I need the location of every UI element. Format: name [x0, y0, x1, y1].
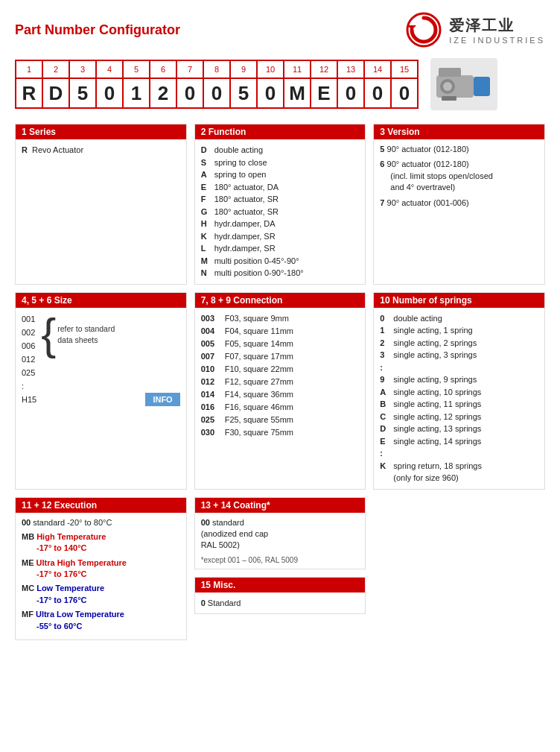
section-version-body: 5 90° actuator (012-180)6 90° actuator (… [374, 139, 544, 217]
list-item: : [380, 447, 538, 460]
exec-item: MB High Temperature-17° to 140°C [22, 531, 180, 554]
position-cell-8: 8 [203, 60, 230, 78]
position-numbers-row: 123456789101112131415 [16, 60, 418, 78]
part-number-chars-row: RD50120050ME000 [16, 78, 418, 108]
list-item: : [380, 361, 538, 374]
page-title: Part Number Configurator [15, 22, 180, 38]
position-cell-14: 14 [364, 60, 391, 78]
coating-desc-cont: (anodized end cap [201, 529, 269, 538]
code: 004 [201, 325, 220, 338]
list-item: Dsingle acting, 13 springs [380, 423, 538, 435]
size-value: 025 [22, 366, 36, 379]
section-function: 2 Function Ddouble actingSspring to clos… [194, 124, 366, 285]
exec-desc-cont: -17° to 176°C [36, 569, 87, 578]
code: H [201, 218, 210, 230]
misc-code: 0 [201, 598, 206, 607]
list-item: 1single acting, 1 spring [380, 324, 538, 337]
code: E [201, 181, 210, 194]
desc: F05, square 14mm [225, 338, 293, 350]
code: F [201, 193, 210, 206]
code: 1 [380, 324, 389, 337]
list-item: Asingle acting, 10 springs [380, 386, 538, 399]
code: 030 [201, 426, 220, 439]
section-series-body: RRevo Actuator [16, 139, 186, 162]
svg-rect-6 [439, 68, 461, 77]
size-list: 001002006012025:H15 [22, 312, 36, 407]
code: 016 [201, 401, 220, 414]
desc: multi position 0-45°-90° [214, 255, 299, 268]
desc: hydr.damper, SR [214, 242, 276, 255]
exec-desc: Low Temperature [36, 584, 104, 593]
info-button[interactable]: INFO [145, 393, 179, 406]
section-execution-body: 00 standard -20° to 80°CMB High Temperat… [16, 513, 186, 640]
list-item: 030F30, square 75mm [201, 426, 360, 439]
coating-note: *except 001 – 006, RAL 5009 [201, 556, 360, 564]
char-cell-1: R [16, 78, 42, 108]
desc: F04, square 11mm [225, 325, 293, 338]
exec-desc: Ultra Low Temperature [36, 610, 124, 619]
section-misc-header: 15 Misc. [195, 578, 366, 593]
code: B [380, 398, 389, 411]
desc: single acting, 13 springs [393, 423, 481, 435]
desc: double acting [393, 312, 442, 325]
char-cell-12: E [311, 78, 337, 108]
position-cell-5: 5 [123, 60, 150, 78]
list-item: Kspring return, 18 springs(only for size… [380, 460, 538, 484]
code: A [380, 386, 389, 399]
section-series: 1 Series RRevo Actuator [15, 124, 187, 285]
size-content: 001002006012025:H15 { refer to standardd… [22, 312, 180, 407]
code: D [380, 423, 389, 435]
section-execution-header: 11 + 12 Execution [16, 498, 186, 513]
refer-text: refer to standarddata sheets [57, 323, 115, 345]
exec-desc: standard -20° to 80°C [33, 518, 112, 527]
svg-point-5 [443, 82, 452, 91]
list-item: Hhydr.damper, DA [201, 218, 360, 230]
row1-sections: 1 Series RRevo Actuator 2 Function Ddoub… [15, 124, 545, 285]
brand-name-en: IZE INDUSTRIES [449, 36, 545, 45]
code: D [201, 144, 210, 157]
exec-desc-cont: -17° to 176°C [36, 595, 87, 604]
desc: multi position 0-90°-180° [214, 267, 304, 279]
char-cell-10: 0 [257, 78, 284, 108]
char-cell-6: 2 [150, 78, 176, 108]
list-item: 007F07, square 17mm [201, 350, 360, 363]
section-connection: 7, 8 + 9 Connection 003F03, square 9mm00… [194, 292, 366, 490]
code: M [201, 255, 210, 268]
code: 2 [380, 337, 389, 350]
section-function-body: Ddouble actingSspring to closeAspring to… [195, 139, 366, 284]
size-value: 002 [22, 326, 36, 339]
svg-rect-7 [442, 96, 456, 101]
code: K [380, 460, 389, 484]
list-item: Aspring to open [201, 168, 360, 181]
desc: spring to close [214, 157, 267, 169]
brand-logo: 爱泽工业 IZE INDUSTRIES [406, 12, 545, 48]
list-item: 003F03, square 9mm [201, 312, 360, 325]
code: G [201, 206, 210, 218]
colon-symbol: : [380, 361, 389, 374]
version-item: 7 90° actuator (001-006) [380, 198, 538, 209]
char-cell-13: 0 [337, 78, 364, 108]
desc: hydr.damper, SR [214, 230, 276, 243]
list-item: Esingle acting, 14 springs [380, 435, 538, 448]
desc: 180° actuator, DA [214, 181, 279, 194]
section-size: 4, 5 + 6 Size 001002006012025:H15 { refe… [15, 292, 187, 490]
desc: single acting, 12 springs [393, 411, 481, 423]
list-item: 2single acting, 2 springs [380, 337, 538, 350]
size-value: H15 [22, 393, 36, 406]
position-cell-6: 6 [150, 60, 176, 78]
size-value: 006 [22, 339, 36, 353]
exec-item: MC Low Temperature-17° to 176°C [22, 583, 180, 606]
desc: single acting, 2 springs [393, 337, 477, 350]
row2-sections: 4, 5 + 6 Size 001002006012025:H15 { refe… [15, 292, 545, 490]
exec-item: MF Ultra Low Temperature-55° to 60°C [22, 609, 180, 632]
list-item: 005F05, square 14mm [201, 338, 360, 350]
version-item: 6 90° actuator (012-180)(incl. limit sto… [380, 159, 538, 193]
desc: hydr.damper, DA [214, 218, 276, 230]
section-function-header: 2 Function [195, 124, 366, 139]
list-item: Csingle acting, 12 springs [380, 411, 538, 423]
code: 003 [201, 312, 220, 325]
char-cell-3: 5 [69, 78, 96, 108]
size-value: : [22, 379, 36, 393]
position-cell-15: 15 [391, 60, 418, 78]
code: 014 [201, 388, 220, 401]
